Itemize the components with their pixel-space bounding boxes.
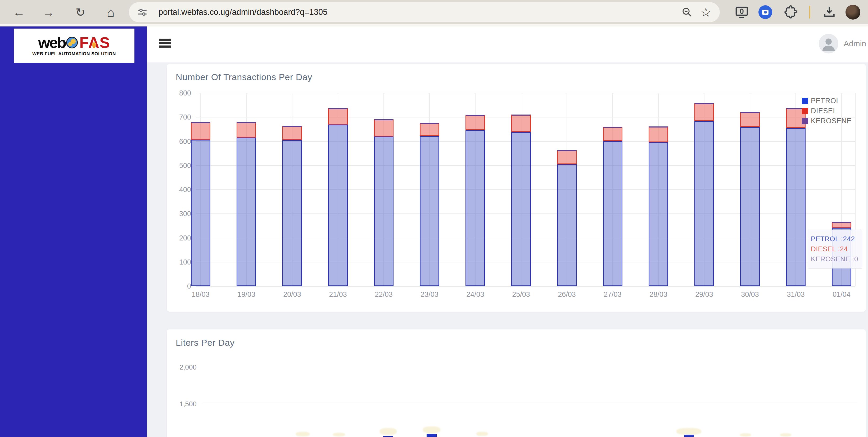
bar-faint-fragment bbox=[740, 433, 751, 436]
y-axis-tick-label: 2,000 bbox=[165, 363, 197, 371]
bar-petrol-segment[interactable] bbox=[427, 434, 437, 437]
screen: ← → ↻ ⌂ portal.webfas.co.ug/admin/dashbo… bbox=[0, 0, 868, 437]
bar-petrol-segment[interactable] bbox=[383, 436, 393, 437]
bar-petrol-segment[interactable] bbox=[684, 435, 694, 437]
bar-faint-fragment bbox=[333, 433, 345, 436]
bar-faint-fragment bbox=[676, 428, 701, 435]
bar-faint-fragment bbox=[780, 433, 791, 436]
chart2-plot-area: 2,0001,500 bbox=[0, 0, 868, 437]
bar-faint-fragment bbox=[296, 432, 310, 436]
bar-faint-fragment bbox=[380, 428, 397, 435]
y-axis-tick-label: 1,500 bbox=[165, 400, 197, 408]
bar-faint-fragment bbox=[423, 427, 440, 433]
grid-line-horizontal bbox=[203, 404, 858, 404]
bar-faint-fragment bbox=[476, 432, 488, 436]
